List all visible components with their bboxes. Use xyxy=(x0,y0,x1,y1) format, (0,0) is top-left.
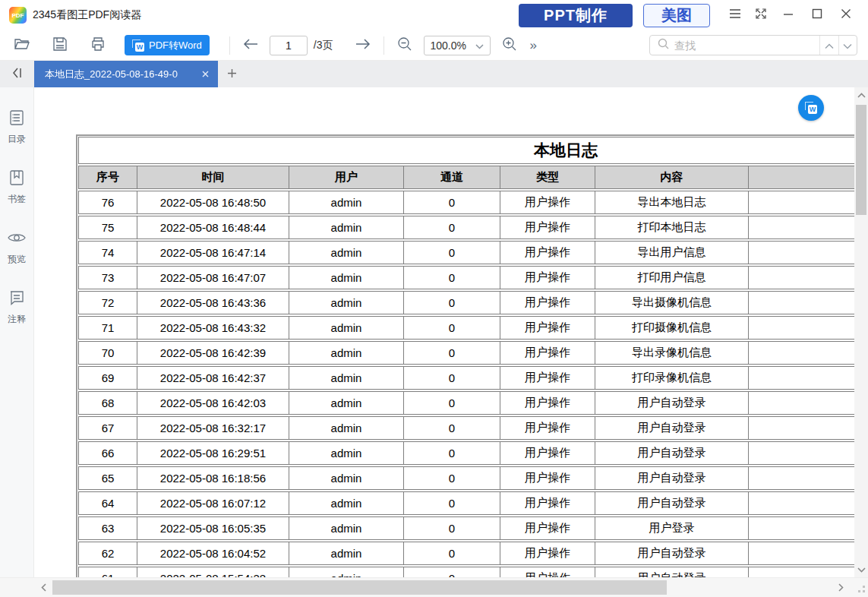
zoom-level-dropdown[interactable]: 100.0% xyxy=(424,36,491,55)
find-previous-button[interactable] xyxy=(819,36,838,55)
cell-user: admin xyxy=(289,367,404,389)
cell-type: 用户操作 xyxy=(500,292,595,314)
cell-channel: 0 xyxy=(404,292,500,314)
cell-index: 70 xyxy=(79,342,137,364)
document-tab[interactable]: 本地日志_2022-05-08-16-49-0 xyxy=(34,61,218,87)
cell-index: 74 xyxy=(79,242,137,264)
cell-type: 用户操作 xyxy=(500,442,595,464)
zoom-out-button[interactable] xyxy=(393,35,416,56)
prev-page-button[interactable] xyxy=(239,35,262,56)
page-number-input[interactable] xyxy=(270,36,308,55)
column-header xyxy=(749,166,854,188)
cell-content: 用户自动登录 xyxy=(595,542,749,564)
menu-button[interactable] xyxy=(722,4,748,27)
folder-open-icon xyxy=(14,36,30,55)
minimize-icon xyxy=(783,8,794,22)
cell-channel: 0 xyxy=(404,191,500,213)
cell-content: 用户登录 xyxy=(595,517,749,539)
cell-type: 用户操作 xyxy=(500,267,595,289)
cell-content: 导出录像机信息 xyxy=(595,342,749,364)
zoom-in-button[interactable] xyxy=(498,35,521,56)
cell-content: 打印本地日志 xyxy=(595,216,749,238)
cell-time: 2022-05-08 16:43:32 xyxy=(137,317,289,339)
cell-user: admin xyxy=(289,442,404,464)
cell-type: 用户操作 xyxy=(500,542,595,564)
cell-channel: 0 xyxy=(404,492,500,514)
table-row: 62 2022-05-08 16:04:52 admin 0 用户操作 用户自动… xyxy=(78,542,854,565)
save-icon xyxy=(52,36,68,55)
cell-extra xyxy=(749,317,854,339)
scroll-left-button[interactable] xyxy=(35,578,52,597)
vertical-scrollbar[interactable] xyxy=(854,87,868,577)
sidebar-item-bookmarks[interactable]: 书签 xyxy=(8,169,26,206)
app-title: 2345看图王PDF阅读器 xyxy=(33,8,141,22)
table-row: 72 2022-05-08 16:43:36 admin 0 用户操作 导出摄像… xyxy=(78,291,854,314)
ppt-make-button[interactable]: PPT制作 xyxy=(519,4,633,27)
sidebar-item-comments[interactable]: 注释 xyxy=(8,289,26,326)
sidebar-item-toc[interactable]: 目录 xyxy=(8,109,26,146)
cell-user: admin xyxy=(289,542,404,564)
save-button[interactable] xyxy=(49,35,71,56)
cell-time: 2022-05-08 16:32:17 xyxy=(137,417,289,439)
cell-user: admin xyxy=(289,467,404,489)
meitu-button[interactable]: 美图 xyxy=(643,4,710,27)
main-area: 目录 书签 预览 注释 本地日志 序号 时间 用户 通道 类型 内容 xyxy=(0,87,868,577)
cell-content: 打印用户信息 xyxy=(595,267,749,289)
chevron-down-icon xyxy=(475,39,484,52)
cell-extra xyxy=(749,292,854,314)
table-row: 75 2022-05-08 16:48:44 admin 0 用户操作 打印本地… xyxy=(78,216,854,239)
search-input[interactable] xyxy=(674,39,812,52)
next-page-button[interactable] xyxy=(352,35,374,56)
fullscreen-button[interactable] xyxy=(748,4,774,27)
pdf-to-word-label: PDF转Word xyxy=(149,39,202,52)
chevron-right-icon xyxy=(838,583,844,592)
cell-index: 73 xyxy=(79,267,137,289)
column-header: 通道 xyxy=(404,166,500,188)
cell-time: 2022-05-08 16:05:35 xyxy=(137,517,289,539)
horizontal-scroll-thumb[interactable] xyxy=(52,580,667,595)
scroll-down-button[interactable] xyxy=(854,562,868,577)
floating-pdf-to-word-button[interactable]: W xyxy=(798,95,824,121)
search-field[interactable] xyxy=(650,36,819,55)
cell-type: 用户操作 xyxy=(500,342,595,364)
table-row: 76 2022-05-08 16:48:50 admin 0 用户操作 导出本地… xyxy=(78,191,854,214)
cell-index: 62 xyxy=(79,542,137,564)
chevron-down-icon xyxy=(857,567,866,573)
tab-close-button[interactable] xyxy=(198,68,212,81)
page-total-label: /3页 xyxy=(314,39,333,52)
cell-channel: 0 xyxy=(404,317,500,339)
pdf-to-word-button[interactable]: W PDF转Word xyxy=(125,35,210,55)
column-header: 序号 xyxy=(79,166,137,188)
sidebar-item-preview[interactable]: 预览 xyxy=(7,229,27,266)
cell-extra xyxy=(749,367,854,389)
more-tools-button[interactable]: » xyxy=(530,38,537,53)
cell-type: 用户操作 xyxy=(500,367,595,389)
scroll-up-button[interactable] xyxy=(854,87,868,103)
cell-channel: 0 xyxy=(404,392,500,414)
cell-index: 68 xyxy=(79,392,137,414)
cell-type: 用户操作 xyxy=(500,517,595,539)
cell-type: 用户操作 xyxy=(500,392,595,414)
new-tab-button[interactable] xyxy=(218,61,245,87)
close-icon xyxy=(841,8,851,22)
find-next-button[interactable] xyxy=(838,36,857,55)
chevron-down-icon xyxy=(843,39,852,52)
collapse-sidebar-button[interactable] xyxy=(0,61,34,87)
cell-extra xyxy=(749,517,854,539)
scroll-right-button[interactable] xyxy=(832,578,849,597)
close-button[interactable] xyxy=(832,4,860,27)
maximize-button[interactable] xyxy=(803,4,832,27)
horizontal-scrollbar[interactable] xyxy=(0,577,868,597)
vertical-scroll-thumb[interactable] xyxy=(856,105,866,215)
print-button[interactable] xyxy=(87,35,109,56)
document-viewport[interactable]: 本地日志 序号 时间 用户 通道 类型 内容 76 2022-05-08 16:… xyxy=(34,87,854,577)
minimize-button[interactable] xyxy=(774,4,803,27)
column-header: 时间 xyxy=(137,166,289,188)
sidebar-item-label: 预览 xyxy=(8,253,26,266)
cell-index: 67 xyxy=(79,417,137,439)
cell-type: 用户操作 xyxy=(500,567,595,577)
resize-grip[interactable] xyxy=(858,583,866,596)
zoom-out-icon xyxy=(397,36,412,55)
table-header-row: 序号 时间 用户 通道 类型 内容 xyxy=(78,166,854,189)
open-file-button[interactable] xyxy=(11,35,33,56)
